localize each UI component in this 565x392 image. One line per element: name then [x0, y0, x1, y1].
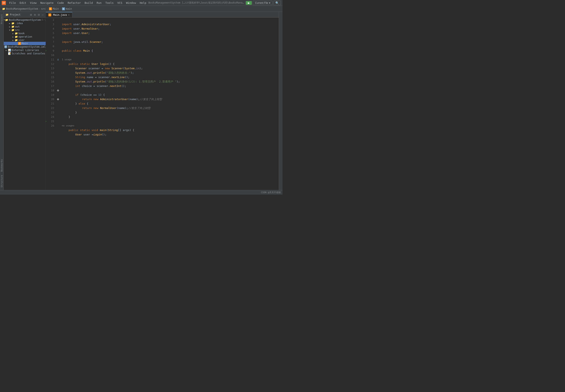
code-line-5: import user.User; [62, 31, 279, 35]
line-26: 26 [46, 124, 56, 128]
bc-main-label: Main [53, 7, 59, 10]
run-button[interactable]: ▶ [246, 1, 252, 5]
tree-arrow-src: ▼ [8, 29, 11, 31]
line-25: ▶ 25 [46, 119, 56, 124]
project-filter-icon[interactable]: ⊟ [37, 13, 40, 16]
bc-main-class[interactable]: C Main [49, 7, 59, 10]
line-12: 12 [46, 62, 56, 66]
folder-icon: 📁 [2, 7, 5, 10]
tree-label-root: BooksManagementSystem [9, 18, 41, 21]
menu-edit[interactable]: Edit [18, 1, 28, 5]
src-folder-icon: 📁 [11, 28, 15, 31]
tree-label-src: src [15, 28, 20, 31]
ann-16 [56, 79, 60, 84]
ann-10 [56, 53, 60, 57]
current-file-dropdown[interactable]: Current File ▾ [253, 1, 273, 5]
out-folder-icon: 📁 [11, 25, 15, 28]
bc-project[interactable]: 📁 BooksManagementSystem [2, 7, 38, 10]
tree-item-iml[interactable]: iml BooksManagementSystem.iml [4, 45, 46, 48]
code-line-11-text: public static User login() { [62, 62, 279, 66]
project-layout-icon[interactable]: ≡ [34, 13, 36, 16]
chevron-down-icon: ▾ [269, 1, 270, 4]
code-line-23: } [62, 115, 279, 119]
project-settings-icon[interactable]: ⚙ [30, 13, 32, 16]
ann-25 [56, 119, 60, 124]
usage-hint-11: 1 usage [62, 57, 279, 62]
tree-item-book[interactable]: ▶ 📁 book [4, 32, 46, 35]
tab-close-icon[interactable]: × [68, 14, 70, 16]
ann-3 [56, 22, 60, 27]
tree-label-iml: BooksManagementSystem.iml [8, 45, 46, 48]
sidebar-tab-structure[interactable]: Structure [0, 173, 3, 189]
menu-help[interactable]: Help [138, 1, 148, 5]
idea-folder-icon: 📁 [11, 22, 15, 25]
bc-project-label: BooksManagementSystem [6, 7, 38, 10]
menu-navigate[interactable]: Navigate [39, 1, 55, 5]
tree-item-scratches[interactable]: 📝 Scratches and Consoles [4, 52, 46, 55]
code-line-12: Scanner scanner = new Scanner(System.in)… [62, 66, 279, 70]
tree-item-root[interactable]: ▼ 📁 BooksManagementSystem D:\我的文件\计算机科学\ [4, 18, 46, 22]
code-editor[interactable]: 2 3 4 5 6 7 8 ▶ 9 10 11 12 13 14 15 16 1… [46, 18, 279, 190]
line-15: 15 [46, 75, 56, 79]
line-13: 13 [46, 66, 56, 70]
tree-arrow-operation: ▶ [11, 36, 15, 38]
sidebar-tab-bookmarks[interactable]: Bookmarks [0, 157, 3, 173]
code-line-18: if (choice == 1) { [62, 93, 279, 97]
line-7: 7 [46, 40, 56, 44]
line-10: 10 [46, 53, 56, 57]
project-close-icon[interactable]: — [41, 13, 44, 16]
line-3: 3 [46, 22, 56, 27]
menu-window[interactable]: Window [124, 1, 138, 5]
main-java-icon: C [18, 42, 21, 45]
menu-tools[interactable]: Tools [104, 1, 115, 5]
menu-vcs[interactable]: VCS [116, 1, 124, 5]
iml-icon: iml [4, 45, 7, 48]
tree-item-main[interactable]: C Main [4, 42, 46, 45]
bc-main-method-label: main [66, 7, 72, 10]
line-16: 16 [46, 79, 56, 84]
bc-src[interactable]: src [41, 7, 46, 10]
ann-11[interactable]: @ [56, 57, 60, 62]
tab-main-java-label: Main.java [53, 14, 67, 16]
ann-20 [56, 97, 60, 101]
editor-area: C Main.java × 2 3 4 5 6 7 8 ▶ 9 10 11 [46, 12, 279, 190]
tree-item-out[interactable]: ▶ 📁 out [4, 25, 46, 28]
project-tree: ▼ 📁 BooksManagementSystem D:\我的文件\计算机科学\… [4, 18, 46, 190]
run-gutter-25[interactable]: ▶ [46, 119, 46, 124]
diamond-20 [57, 98, 59, 100]
ann-13 [56, 66, 60, 70]
code-line-20: } else { [62, 101, 279, 106]
menu-build[interactable]: Build [83, 1, 95, 5]
ann-23 [56, 110, 60, 115]
tree-item-src[interactable]: ▼ 📁 src [4, 28, 46, 32]
bc-sep-1: › [39, 7, 40, 10]
line-9: ▶ 9 [46, 48, 56, 53]
statusbar: CSDN @关关不烦烦 [0, 190, 282, 195]
line-21: 21 [46, 101, 56, 106]
tree-item-ext-libs[interactable]: ▶ 📊 External Libraries [4, 48, 46, 52]
line-24: 24 [46, 115, 56, 119]
menu-run[interactable]: Run [95, 1, 103, 5]
menu-view[interactable]: View [28, 1, 38, 5]
line-23: 23 [46, 110, 56, 115]
tree-label-idea: .idea [15, 22, 23, 25]
menu-code[interactable]: Code [56, 1, 66, 5]
code-line-3: import user.AdministratorUser; [62, 22, 279, 27]
tree-item-user[interactable]: ▶ 📁 user [4, 38, 46, 42]
tree-arrow-idea: ▶ [8, 22, 11, 25]
menu-refactor[interactable]: Refactor [66, 1, 83, 5]
code-content[interactable]: import user.AdministratorUser; import us… [60, 18, 279, 190]
tree-item-operation[interactable]: ▶ 📁 operation [4, 35, 46, 38]
ann-22 [56, 106, 60, 110]
diamond-18 [57, 89, 59, 92]
bc-main-method[interactable]: m main [62, 7, 72, 10]
sidebar-tab-project[interactable]: Project [0, 13, 3, 26]
app-icon: IJ [2, 1, 6, 5]
tree-item-idea[interactable]: ▶ 📁 .idea [4, 22, 46, 25]
ann-26 [56, 124, 60, 128]
run-gutter-9[interactable]: ▶ [46, 48, 46, 53]
tree-label-scratches: Scratches and Consoles [12, 52, 45, 55]
tab-main-java[interactable]: C Main.java × [46, 12, 72, 17]
menu-file[interactable]: File [8, 1, 17, 5]
search-button[interactable]: 🔍 [273, 1, 281, 5]
